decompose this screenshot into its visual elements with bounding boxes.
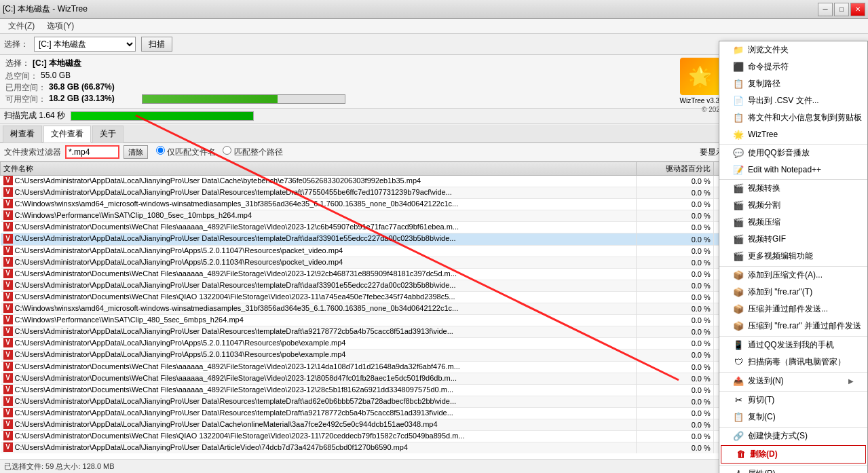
clear-button[interactable]: 清除 bbox=[124, 145, 148, 159]
cell-filename: VC:\Users\Administrator\AppData\Local\Ji… bbox=[1, 396, 637, 407]
cell-filename: VC:\Users\Administrator\Documents\WeChat… bbox=[1, 384, 637, 396]
cm-label-21: 复制(C) bbox=[748, 411, 776, 423]
cell-pct: 0.0 % bbox=[637, 291, 714, 303]
progress-container bbox=[142, 58, 345, 105]
title-text: [C:] 本地磁盘 - WizTree bbox=[3, 3, 88, 15]
radio-filename-label[interactable]: 仅匹配文件名 bbox=[156, 146, 216, 158]
cm-item-23[interactable]: 🗑删除(D) bbox=[721, 445, 866, 463]
cell-pct: 0.0 % bbox=[637, 419, 714, 430]
file-icon: V bbox=[3, 442, 13, 452]
file-icon: V bbox=[3, 222, 13, 231]
cm-icon-cut: ✂ bbox=[733, 395, 744, 406]
cm-label-0: 浏览文件夹 bbox=[748, 44, 789, 56]
radio-filename[interactable] bbox=[156, 146, 165, 155]
context-menu-items: 📁浏览文件夹⬛命令提示符📋复制路径📄导出到 .CSV 文件...📋将文件和大小信… bbox=[719, 41, 867, 473]
menu-file[interactable]: 文件(Z) bbox=[3, 19, 40, 33]
cm-item-13[interactable]: 📦添加到压缩文件(A)... bbox=[719, 266, 867, 284]
cm-icon-clipboard: 📋 bbox=[733, 113, 744, 124]
cm-item-7[interactable]: 📝Edit with Notepad++ bbox=[719, 162, 867, 178]
file-icon: V bbox=[3, 396, 13, 406]
context-menu: 📁浏览文件夹⬛命令提示符📋复制路径📄导出到 .CSV 文件...📋将文件和大小信… bbox=[719, 41, 868, 473]
cm-item-2[interactable]: 📋复制路径 bbox=[719, 75, 867, 92]
cm-label-3: 导出到 .CSV 文件... bbox=[748, 95, 819, 107]
cm-item-18[interactable]: 🛡扫描病毒（腾讯电脑管家） bbox=[719, 354, 867, 371]
file-icon: V bbox=[3, 338, 13, 347]
usage-progressbar bbox=[142, 94, 345, 104]
cm-item-10[interactable]: 🎬视频压缩 bbox=[719, 214, 867, 231]
cm-label-2: 复制路径 bbox=[748, 78, 780, 90]
cm-item-17[interactable]: 📱通过QQ发送到我的手机 bbox=[719, 336, 867, 354]
cm-item-6[interactable]: 💬使用QQ影音播放 bbox=[719, 144, 867, 162]
scan-progress-fill bbox=[71, 112, 253, 120]
file-icon: V bbox=[3, 280, 13, 290]
menu-options[interactable]: 选项(Y) bbox=[41, 19, 79, 33]
used-label: 已用空间： bbox=[5, 82, 46, 94]
cm-item-22[interactable]: 🔗创建快捷方式(S) bbox=[719, 427, 867, 444]
cm-item-24[interactable]: ℹ属性(R) bbox=[719, 465, 867, 473]
cm-item-0[interactable]: 📁浏览文件夹 bbox=[719, 41, 867, 58]
cm-item-15[interactable]: 📦压缩并通过邮件发送... bbox=[719, 301, 867, 318]
col-pct[interactable]: 驱动器百分比 bbox=[637, 162, 714, 176]
tab-about[interactable]: 关于 bbox=[92, 126, 124, 143]
cm-item-21[interactable]: 📋复制(C) bbox=[719, 409, 867, 425]
cell-pct: 0.0 % bbox=[637, 442, 714, 453]
cm-icon-zip: 📦 bbox=[733, 287, 744, 298]
cm-item-19[interactable]: 📤发送到(N) bbox=[719, 372, 867, 390]
cell-pct: 0.0 % bbox=[637, 361, 714, 373]
tab-tree[interactable]: 树查看 bbox=[3, 126, 42, 143]
cell-pct: 0.0 % bbox=[637, 268, 714, 280]
maximize-button[interactable]: □ bbox=[834, 3, 849, 16]
cm-label-9: 视频分割 bbox=[748, 200, 780, 211]
total-label: 总空间： bbox=[5, 71, 38, 82]
cm-item-12[interactable]: 🎬更多视频编辑功能 bbox=[719, 248, 867, 265]
cm-item-16[interactable]: 📦压缩到 "fre.rar" 并通过邮件发送 bbox=[719, 318, 867, 335]
cm-item-11[interactable]: 🎬视频转GIF bbox=[719, 231, 867, 248]
filter-input[interactable] bbox=[65, 145, 119, 159]
cm-icon-qq2: 📱 bbox=[733, 340, 744, 351]
select-label: 选择： bbox=[4, 39, 29, 50]
col-filename[interactable]: 文件名称 bbox=[1, 162, 637, 176]
cm-item-9[interactable]: 🎬视频分割 bbox=[719, 197, 867, 214]
cell-filename: VC:\Users\Administrator\Documents\WeChat… bbox=[1, 222, 637, 233]
cell-filename: VC:\Windows\Performance\WinSAT\Clip_1080… bbox=[1, 210, 637, 222]
scan-progress bbox=[71, 111, 254, 121]
cm-item-3[interactable]: 📄导出到 .CSV 文件... bbox=[719, 92, 867, 109]
radio-path[interactable] bbox=[223, 146, 231, 155]
cell-filename: VC:\Users\Administrator\AppData\Local\Ji… bbox=[1, 419, 637, 430]
cm-icon-qq: 💬 bbox=[733, 148, 744, 159]
cell-pct: 0.0 % bbox=[637, 384, 714, 396]
cm-item-4[interactable]: 📋将文件和大小信息复制到剪贴板 bbox=[719, 109, 867, 126]
cm-icon-video: 🎬 bbox=[733, 251, 744, 262]
cm-label-1: 命令提示符 bbox=[748, 61, 789, 73]
file-icon: V bbox=[3, 257, 13, 267]
used-value: 36.8 GB (66.87%) bbox=[49, 82, 115, 94]
radio-path-label[interactable]: 匹配整个路径 bbox=[223, 146, 282, 158]
cm-item-20[interactable]: ✂剪切(T) bbox=[719, 391, 867, 409]
file-icon: V bbox=[3, 315, 13, 324]
cm-item-8[interactable]: 🎬视频转换 bbox=[719, 179, 867, 197]
cm-item-5[interactable]: 🌟WizTree bbox=[719, 126, 867, 143]
close-button[interactable]: ✕ bbox=[850, 3, 865, 16]
cm-label-11: 视频转GIF bbox=[748, 233, 786, 245]
cm-item-1[interactable]: ⬛命令提示符 bbox=[719, 58, 867, 75]
cell-filename: VC:\Users\Administrator\AppData\Local\Ji… bbox=[1, 349, 637, 361]
status-text: 已选择文件: 59 总大小: 128.0 MB bbox=[4, 461, 115, 472]
file-icon: V bbox=[3, 187, 13, 197]
file-icon: V bbox=[3, 326, 13, 336]
cm-item-14[interactable]: 📦添加到 "fre.rar"(T) bbox=[719, 284, 867, 301]
cell-filename: VC:\Users\Administrator\Documents\WeChat… bbox=[1, 373, 637, 384]
cm-icon-cmd: ⬛ bbox=[733, 62, 744, 73]
drive-info-block: 选择： [C:] 本地磁盘 总空间： 55.0 GB 已用空间： 36.8 GB… bbox=[5, 58, 115, 105]
filter-label: 文件搜索过滤器 bbox=[4, 147, 61, 158]
cm-icon-shield: 🛡 bbox=[733, 357, 744, 368]
cm-label-10: 视频压缩 bbox=[748, 216, 780, 228]
file-icon: V bbox=[3, 431, 13, 440]
cm-label-14: 添加到 "fre.rar"(T) bbox=[748, 286, 812, 298]
tab-files[interactable]: 文件查看 bbox=[43, 126, 91, 143]
drive-select[interactable]: [C:] 本地磁盘 bbox=[34, 37, 136, 52]
cell-filename: VC:\Users\Administrator\Documents\WeChat… bbox=[1, 291, 637, 303]
minimize-button[interactable]: ─ bbox=[818, 3, 833, 16]
cm-label-8: 视频转换 bbox=[748, 183, 780, 194]
scan-button[interactable]: 扫描 bbox=[141, 37, 172, 52]
cm-icon-props: ℹ bbox=[733, 469, 744, 474]
